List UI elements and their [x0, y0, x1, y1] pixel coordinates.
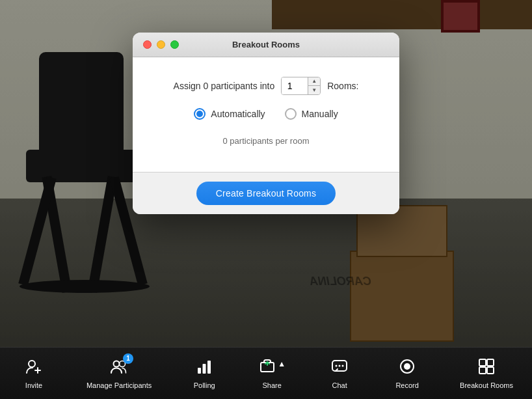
invite-label: Invite [25, 381, 42, 389]
svg-point-10 [336, 365, 338, 367]
svg-point-0 [29, 361, 35, 367]
spinner-down-button[interactable]: ▼ [308, 86, 320, 95]
dialog-body: Assign 0 participants into ▲ ▼ Rooms: Au… [133, 57, 399, 172]
polling-label: Polling [194, 381, 215, 389]
svg-rect-5 [198, 368, 201, 374]
toolbar-item-breakout-rooms[interactable]: Breakout Rooms [452, 352, 521, 394]
toolbar-item-manage-participants[interactable]: 1 Manage Participants [79, 352, 159, 394]
assign-label: Assign 0 participants into [174, 81, 275, 91]
assignment-type-radio-group: Automatically Manually [146, 108, 386, 120]
share-icon [258, 357, 276, 378]
toolbar-item-record[interactable]: Record [384, 352, 430, 394]
breakout-rooms-label: Breakout Rooms [460, 381, 513, 389]
spinner-buttons: ▲ ▼ [308, 77, 320, 95]
create-breakout-rooms-button[interactable]: Create Breakout Rooms [196, 182, 336, 205]
automatically-radio-option[interactable]: Automatically [194, 108, 265, 120]
invite-icon [25, 357, 43, 378]
svg-rect-15 [479, 359, 486, 366]
record-icon [398, 357, 416, 378]
share-chevron-icon[interactable]: ▲ [278, 359, 286, 368]
svg-rect-18 [487, 367, 494, 374]
toolbar-item-invite[interactable]: Invite [11, 352, 57, 394]
assign-row: Assign 0 participants into ▲ ▼ Rooms: [146, 77, 386, 95]
dialog-footer: Create Breakout Rooms [133, 172, 399, 214]
automatically-radio-button[interactable] [194, 108, 206, 120]
breakout-rooms-icon [477, 357, 496, 378]
toolbar: Invite 1 Manage Participants Polling [0, 347, 532, 399]
svg-point-3 [114, 361, 120, 367]
rooms-suffix-label: Rooms: [327, 81, 358, 91]
close-window-button[interactable] [143, 40, 152, 49]
manually-label: Manually [302, 109, 338, 119]
traffic-lights [143, 40, 179, 49]
participants-per-room-text: 0 participants per room [146, 136, 386, 146]
svg-rect-17 [479, 367, 486, 374]
svg-rect-7 [207, 361, 211, 374]
radio-selected-indicator [196, 111, 203, 117]
participants-badge: 1 [123, 353, 133, 364]
rooms-number-input[interactable] [282, 77, 308, 95]
automatically-label: Automatically [211, 109, 265, 119]
toolbar-item-chat[interactable]: Chat [317, 352, 362, 394]
svg-point-11 [339, 365, 341, 367]
manage-participants-label: Manage Participants [86, 381, 152, 389]
minimize-window-button[interactable] [157, 40, 165, 49]
breakout-rooms-dialog: Breakout Rooms Assign 0 participants int… [133, 33, 399, 214]
dialog-titlebar: Breakout Rooms [133, 33, 399, 57]
svg-rect-6 [203, 364, 206, 374]
polling-icon [195, 357, 213, 378]
spinner-up-button[interactable]: ▲ [308, 77, 320, 86]
manually-radio-button[interactable] [285, 108, 297, 120]
record-label: Record [395, 381, 418, 389]
svg-rect-16 [487, 359, 494, 366]
maximize-window-button[interactable] [170, 40, 179, 49]
manually-radio-option[interactable]: Manually [285, 108, 338, 120]
svg-point-12 [342, 365, 344, 367]
chat-icon [330, 357, 349, 378]
svg-point-14 [404, 363, 410, 370]
chat-label: Chat [332, 381, 347, 389]
toolbar-item-polling[interactable]: Polling [181, 352, 227, 394]
share-label: Share [262, 381, 281, 389]
toolbar-item-share[interactable]: ▲ Share [249, 352, 295, 394]
dialog-title: Breakout Rooms [232, 40, 300, 49]
manage-participants-icon: 1 [110, 357, 128, 378]
rooms-number-input-wrapper: ▲ ▼ [281, 77, 321, 95]
